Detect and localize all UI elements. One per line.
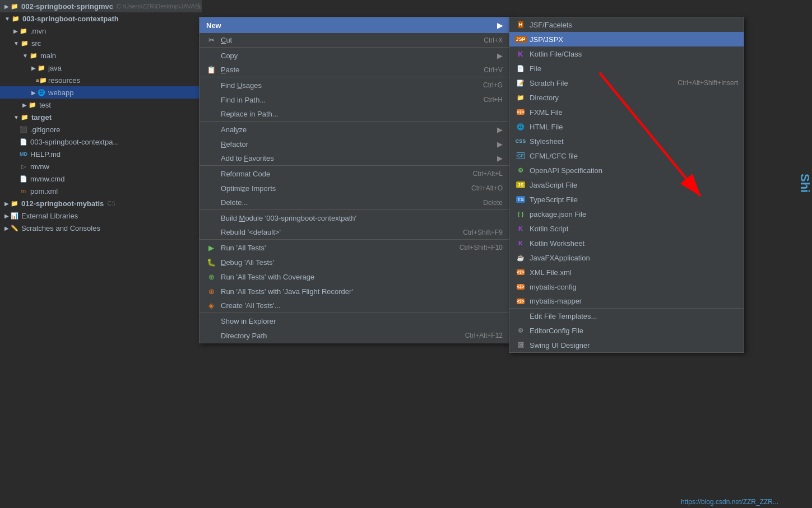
javafx-label: JavaFXApplication <box>530 254 590 262</box>
submenu-item-editorconfig[interactable]: ⚙ EditorConfig File <box>509 323 744 338</box>
tree-item-target[interactable]: ▼ 📁 target <box>0 111 202 123</box>
submenu-item-scratch[interactable]: 📝 Scratch File Ctrl+Alt+Shift+Insert <box>509 76 744 90</box>
pkg-label: package.json File <box>530 210 586 218</box>
directory-label: Directory <box>530 94 559 102</box>
tree-subtitle: C:\Users\ZZR\Desktop\JAVA练... <box>117 2 202 11</box>
submenu-item-mybatis-config[interactable]: </> mybatis-config <box>509 279 744 294</box>
menu-item-find-path[interactable]: Find in Path... Ctrl+H <box>199 92 509 107</box>
scratch-label: Scratch File <box>530 79 568 87</box>
menu-item-rebuild[interactable]: Rebuild '<default>' Ctrl+Shift+F9 <box>199 225 509 240</box>
menu-item-analyze[interactable]: Analyze ▶ <box>199 122 509 137</box>
optimize-shortcut: Ctrl+Alt+O <box>471 184 503 192</box>
html-icon: 🌐 <box>515 122 526 131</box>
menu-item-reformat[interactable]: Reformat Code Ctrl+Alt+L <box>199 166 509 181</box>
ts-label: TypeScript File <box>530 195 578 204</box>
favorites-arrow: ▶ <box>497 154 503 162</box>
menu-item-create-tests[interactable]: ◈ Create 'All Tests'... <box>199 299 509 313</box>
submenu-item-edit-templates[interactable]: Edit File Templates... <box>509 309 744 323</box>
tree-item-test[interactable]: ▶ 📁 test <box>0 99 202 111</box>
submenu-item-kworksheet[interactable]: K Kotlin Worksheet <box>509 236 744 250</box>
tree-item-mvnw[interactable]: ▶ ▷ mvnw <box>0 160 202 173</box>
tree-item-extlibs[interactable]: ▶ 📊 External Libraries <box>0 209 202 222</box>
tree-item-helpmd[interactable]: ▶ MD HELP.md <box>0 148 202 160</box>
folder-icon: ≡📁 <box>37 76 46 85</box>
menu-item-copy[interactable]: Copy ▶ <box>199 48 509 63</box>
submenu-item-jsf[interactable]: H JSF/Facelets <box>509 17 744 32</box>
pkg-icon: { } <box>515 209 526 218</box>
submenu-item-openapi[interactable]: ⚙ OpenAPI Specification <box>509 163 744 178</box>
submenu-item-javafx[interactable]: ☕ JavaFXApplication <box>509 250 744 265</box>
javafx-icon: ☕ <box>515 253 526 262</box>
menu-item-delete[interactable]: Delete... Delete <box>199 195 509 210</box>
tree-item-resources[interactable]: ▶ ≡📁 resources <box>0 74 202 86</box>
submenu-item-kscript[interactable]: K Kotlin Script <box>509 221 744 236</box>
menu-item-optimize[interactable]: Optimize Imports Ctrl+Alt+O <box>199 181 509 195</box>
submenu-item-directory[interactable]: 📁 Directory <box>509 90 744 105</box>
cfml-icon: CF <box>515 151 526 160</box>
tree-label: 002-springboot-springmvc <box>21 2 113 11</box>
submenu-item-jsp[interactable]: JSP JSP/JSPX <box>509 32 744 46</box>
swing-icon: 🖼 <box>515 341 526 349</box>
tree-item-springmvc[interactable]: ▶ 📁 002-springboot-springmvc C:\Users\ZZ… <box>0 0 202 12</box>
scissors-icon: ✂ <box>206 36 216 44</box>
optimize-label: Optimize Imports <box>221 184 460 193</box>
tree-item-mybatis[interactable]: ▶ 📁 012-springboot-mybatis C:\ <box>0 197 202 209</box>
submenu-item-xml[interactable]: </> XML File.xml <box>509 265 744 279</box>
tree-item-pomxml[interactable]: ▶ m pom.xml <box>0 185 202 197</box>
tree-item-webapp[interactable]: ▶ 🌐 webapp <box>0 86 202 99</box>
menu-item-run-flight[interactable]: ⊛ Run 'All Tests' with 'Java Flight Reco… <box>199 284 509 299</box>
menu-item-refactor[interactable]: Refactor ▶ <box>199 137 509 151</box>
menu-header-label: New <box>206 21 221 30</box>
tree-item-gitignore[interactable]: ▶ ⬛ .gitignore <box>0 123 202 136</box>
tree-subtitle: C:\ <box>107 200 115 207</box>
menu-item-paste[interactable]: 📋 Paste Ctrl+V <box>199 63 509 77</box>
jsf-label: JSF/Facelets <box>530 21 572 29</box>
menu-item-favorites[interactable]: Add to Favorites ▶ <box>199 151 509 166</box>
menu-header-new[interactable]: New ▶ <box>199 17 509 33</box>
submenu-item-js[interactable]: JS JavaScript File <box>509 178 744 192</box>
create-tests-label: Create 'All Tests'... <box>221 301 503 310</box>
submenu-item-html[interactable]: 🌐 HTML File <box>509 119 744 134</box>
tree-item-java[interactable]: ▶ 📁 java <box>0 62 202 74</box>
menu-item-directory-path[interactable]: Directory Path Ctrl+Alt+F12 <box>199 328 509 343</box>
tree-label: webapp <box>48 88 74 97</box>
folder-icon: 📁 <box>20 39 29 48</box>
extlibs-icon: 📊 <box>10 211 19 220</box>
tree-label: target <box>31 113 52 122</box>
menu-item-debug-tests[interactable]: 🐛 Debug 'All Tests' <box>199 255 509 269</box>
tree-item-scratches[interactable]: ▶ ✏️ Scratches and Consoles <box>0 222 202 234</box>
refactor-arrow: ▶ <box>497 140 503 148</box>
submenu-item-pkg[interactable]: { } package.json File <box>509 207 744 221</box>
submenu-item-fxml[interactable]: </> FXML File <box>509 105 744 119</box>
submenu-item-stylesheet[interactable]: CSS Stylesheet <box>509 134 744 148</box>
scratch-shortcut: Ctrl+Alt+Shift+Insert <box>678 79 738 87</box>
submenu-item-cfml[interactable]: CF CFML/CFC file <box>509 148 744 163</box>
js-label: JavaScript File <box>530 181 577 189</box>
tree-item-mvnwcmd[interactable]: ▶ 📄 mvnw.cmd <box>0 173 202 185</box>
submenu-item-kotlin[interactable]: K Kotlin File/Class <box>509 46 744 61</box>
menu-item-run-coverage[interactable]: ⊛ Run 'All Tests' with Coverage <box>199 269 509 284</box>
submenu-item-file[interactable]: 📄 File <box>509 61 744 76</box>
menu-item-cut[interactable]: ✂ Cut Ctrl+X <box>199 33 509 48</box>
edit-templates-icon <box>515 311 526 320</box>
build-module-label: Build Module '003-springboot-contextpath… <box>221 214 503 222</box>
submenu-item-swing[interactable]: 🖼 Swing UI Designer <box>509 338 744 352</box>
submenu-item-ts[interactable]: TS TypeScript File <box>509 192 744 207</box>
tree-item-contextpath[interactable]: ▼ 📁 003-springboot-contextpath <box>0 12 202 25</box>
arrow-icon: ▶ <box>22 102 27 108</box>
editorconfig-icon: ⚙ <box>515 326 526 335</box>
menu-item-build-module[interactable]: Build Module '003-springboot-contextpath… <box>199 211 509 225</box>
tree-item-mvn[interactable]: ▶ 📁 .mvn <box>0 25 202 37</box>
file-icon: ▷ <box>19 162 28 171</box>
js-icon: JS <box>515 180 526 189</box>
menu-item-show-explorer[interactable]: Show in Explorer <box>199 314 509 328</box>
submenu-item-mybatis-mapper[interactable]: </> mybatis-mapper <box>509 294 744 309</box>
tree-item-main[interactable]: ▼ 📁 main <box>0 49 202 62</box>
tree-item-iml[interactable]: ▶ 📄 003-springboot-contextpa... <box>0 136 202 148</box>
scratches-icon: ✏️ <box>10 223 19 232</box>
tree-item-src[interactable]: ▼ 📁 src <box>0 37 202 49</box>
menu-item-replace-path[interactable]: Replace in Path... <box>199 107 509 122</box>
menu-item-run-tests[interactable]: ▶ Run 'All Tests' Ctrl+Shift+F10 <box>199 240 509 255</box>
folder-icon: 📁 <box>28 100 37 109</box>
menu-item-find-usages[interactable]: Find Usages Ctrl+G <box>199 78 509 92</box>
